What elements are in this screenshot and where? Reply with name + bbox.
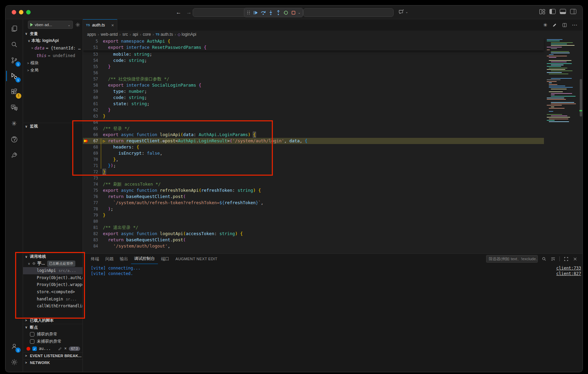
run-play-icon[interactable] xyxy=(30,23,33,26)
code-line[interactable]: 72} xyxy=(83,169,544,175)
debug-session-row[interactable]: ∨ 芋... 已在断点处暂停 xyxy=(23,260,83,267)
code-line[interactable]: 59 type: number; xyxy=(83,88,544,95)
code-line[interactable]: 68 headers: { xyxy=(83,144,544,150)
code-line[interactable]: 67▷return requestClient.●post<AuthApi.Lo… xyxy=(83,138,544,144)
variable-row[interactable]: this= undefined xyxy=(23,52,83,59)
maximize-panel-icon[interactable] xyxy=(564,256,569,262)
more-actions-icon[interactable]: ⋯ xyxy=(572,22,578,28)
exception-checkbox-row[interactable]: 捕获的异常 xyxy=(23,331,83,338)
debug-step-into-icon[interactable] xyxy=(268,9,274,16)
debug-continue-icon[interactable] xyxy=(253,9,259,16)
run-config-dropdown[interactable]: vben ad... ⌄ xyxy=(28,21,73,29)
code-line[interactable]: 80 xyxy=(83,218,544,224)
variables-group-row[interactable]: >全局 xyxy=(23,67,83,74)
code-line[interactable]: 82export async function logoutApi(access… xyxy=(83,231,544,237)
breakpoint-item-row[interactable]: ✓ au... × 67:3 xyxy=(23,345,83,352)
close-panel-icon[interactable] xyxy=(573,256,578,262)
panel-tab[interactable]: 端口 xyxy=(158,254,172,264)
code-line[interactable]: 70 }, xyxy=(83,156,544,163)
nav-forward-icon[interactable]: → xyxy=(186,8,192,16)
panel-tab[interactable]: 输出 xyxy=(117,254,131,264)
variables-section-header[interactable]: ∨变量 xyxy=(23,30,83,37)
debug-step-over-icon[interactable] xyxy=(260,9,266,16)
code-line[interactable]: 65/** 登录 */ xyxy=(83,125,544,132)
rocket-icon[interactable] xyxy=(6,147,22,163)
panel-tab[interactable]: 调试控制台 xyxy=(131,254,158,264)
exception-checkbox-row[interactable]: 未捕获的异常 xyxy=(23,338,83,345)
source-control-icon[interactable]: 1 xyxy=(6,52,22,68)
openai-icon[interactable]: ✳ xyxy=(6,116,22,131)
close-window-button[interactable] xyxy=(12,10,16,14)
stack-frame[interactable]: Proxy(Object).wrappe xyxy=(23,281,83,288)
debug-stop-icon[interactable] xyxy=(290,9,297,16)
zoom-window-button[interactable] xyxy=(26,10,31,14)
panel-tab[interactable]: AUGMENT NEXT EDIT xyxy=(172,254,221,264)
code-line[interactable]: 54 code: string; xyxy=(83,57,544,64)
chat-chevron-icon[interactable]: ⌄ xyxy=(405,10,408,14)
variables-scope-row[interactable]: ∨本地: loginApi xyxy=(23,37,83,44)
edit-breakpoint-icon[interactable] xyxy=(58,346,62,351)
breadcrumb-item[interactable]: apps xyxy=(87,32,96,37)
toolbar-grip[interactable] xyxy=(246,9,251,16)
split-editor-icon[interactable] xyxy=(562,22,567,28)
console-filter-input[interactable]: 筛选器(例如 text、!exclude... xyxy=(486,255,538,263)
panel-search-icon[interactable] xyxy=(542,256,547,262)
code-line[interactable]: 64 xyxy=(83,119,544,125)
code-line[interactable]: 57 /** 社交快捷登录接口参数 */ xyxy=(83,76,544,82)
tab-close-icon[interactable]: × xyxy=(111,23,114,28)
code-line[interactable]: 84 '/system/auth/logout', xyxy=(83,243,544,249)
code-line[interactable]: 69 isEncrypt: false, xyxy=(83,150,544,156)
code-line[interactable]: 63} xyxy=(83,113,544,119)
settings-gear-icon[interactable] xyxy=(6,354,22,370)
editor-pen-icon[interactable] xyxy=(552,22,557,28)
network-section-header[interactable]: >NETWORK xyxy=(23,359,83,366)
debug-console-output[interactable]: [vite] connecting...client:733[vite] con… xyxy=(83,264,582,276)
breadcrumb-item[interactable]: src xyxy=(122,32,128,37)
variable-row[interactable]: >data= {tenantId: … xyxy=(23,44,83,52)
toggle-panel-icon[interactable] xyxy=(560,9,566,14)
event-listener-breakpoints-header[interactable]: >EVENT LISTENER BREAK... xyxy=(23,352,83,359)
code-line[interactable]: 58 export interface SocialLoginParams { xyxy=(83,82,544,88)
run-and-debug-icon[interactable]: 1 xyxy=(6,68,22,84)
debug-settings-gear-icon[interactable] xyxy=(75,22,81,28)
code-line[interactable]: 56 xyxy=(83,70,544,76)
translate-icon[interactable] xyxy=(6,100,22,116)
code-line[interactable]: 79} xyxy=(83,212,544,218)
code-line[interactable]: 55 } xyxy=(83,64,544,70)
code-line[interactable]: 75export async function refreshTokenApi(… xyxy=(83,187,544,194)
code-line[interactable]: 74/** 刷新 accessToken */ xyxy=(83,181,544,187)
breadcrumb-item[interactable]: auth.ts xyxy=(161,32,173,37)
watch-section-header[interactable]: ∨监视 xyxy=(23,123,83,130)
code-line[interactable]: 83 return baseRequestClient.post( xyxy=(83,237,544,243)
customize-layout-icon[interactable] xyxy=(539,9,545,14)
breadcrumb-item[interactable]: web-antd xyxy=(101,32,118,37)
panel-tab[interactable]: 问题 xyxy=(102,254,117,264)
stack-frame[interactable]: loginApisrc/a... xyxy=(23,267,83,274)
code-line[interactable]: 77 `/system/auth/refresh-token?refreshTo… xyxy=(83,200,544,206)
editor-openai-icon[interactable]: ✳ xyxy=(543,22,547,28)
code-line[interactable]: 53 mobile: string; xyxy=(83,51,544,57)
console-source-link[interactable]: client:827 xyxy=(556,271,581,276)
code-line[interactable]: 73 xyxy=(83,175,544,181)
panel-tab[interactable]: 终端 xyxy=(88,254,102,264)
breadcrumb-item[interactable]: loginApi xyxy=(182,32,196,37)
breadcrumb-item[interactable]: core xyxy=(143,32,151,37)
breakpoints-section-header[interactable]: ∨断点 xyxy=(23,324,83,331)
github-icon[interactable] xyxy=(6,131,22,147)
code-line[interactable]: 78 ); xyxy=(83,206,544,212)
code-line[interactable]: 60 code: string; xyxy=(83,95,544,101)
remove-breakpoint-icon[interactable]: × xyxy=(64,346,67,351)
stack-frame[interactable]: handleLoginsr... xyxy=(23,296,83,303)
extensions-icon[interactable]: ! xyxy=(6,84,22,100)
chat-icon[interactable]: ⌄ xyxy=(398,9,408,15)
stack-frame[interactable]: Proxy(Object).authLo xyxy=(23,274,83,282)
command-center-secondary[interactable] xyxy=(303,8,394,17)
debug-toolbar-chevron-icon[interactable]: ⌄ xyxy=(298,11,301,14)
stack-frame[interactable]: callWithErrorHandlin xyxy=(23,302,83,310)
nav-back-icon[interactable]: ← xyxy=(176,8,181,16)
toggle-secondary-sidebar-icon[interactable] xyxy=(570,9,576,14)
stack-frame[interactable]: store.<computed> xyxy=(23,288,83,296)
code-line[interactable]: 66export async function loginApi(data: A… xyxy=(83,132,544,138)
minimize-window-button[interactable] xyxy=(19,10,23,14)
code-line[interactable]: 76 return baseRequestClient.post( xyxy=(83,194,544,200)
